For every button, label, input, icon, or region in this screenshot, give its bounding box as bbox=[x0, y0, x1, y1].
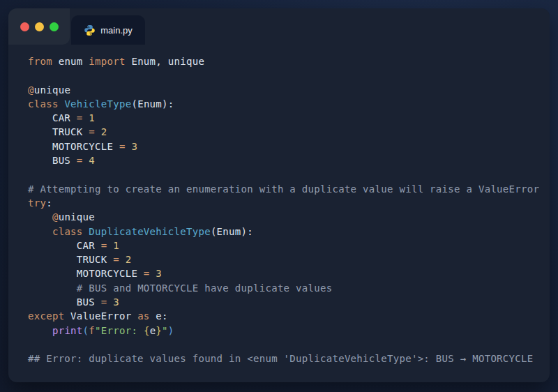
code-token bbox=[28, 226, 52, 237]
code-token: ## Error: duplicate values found in <enu… bbox=[28, 353, 533, 364]
code-token: 3 bbox=[156, 268, 162, 279]
code-line: CAR = 1 bbox=[28, 111, 543, 125]
code-token: } bbox=[156, 325, 162, 336]
code-token: = bbox=[77, 155, 83, 166]
code-token: unique bbox=[34, 84, 70, 96]
minimize-button[interactable] bbox=[35, 22, 44, 31]
code-line: MOTORCYCLE = 3 bbox=[28, 266, 543, 280]
code-token: " bbox=[162, 325, 168, 336]
code-token: MOTORCYCLE bbox=[28, 268, 144, 279]
code-token: ) bbox=[168, 325, 174, 336]
code-token bbox=[95, 126, 101, 137]
code-line: print(f"Error: {e}") bbox=[28, 324, 543, 338]
tab-main-py[interactable]: main.py bbox=[71, 15, 145, 45]
code-line: TRUCK = 2 bbox=[28, 252, 543, 266]
code-line: except ValueError as e: bbox=[28, 309, 543, 323]
code-token: # Attempting to create an enumeration wi… bbox=[28, 183, 539, 195]
code-token: class bbox=[28, 98, 59, 110]
code-token bbox=[107, 240, 113, 251]
code-token: (Enum): bbox=[211, 226, 253, 237]
code-line: # Attempting to create an enumeration wi… bbox=[28, 182, 543, 196]
code-token: ( bbox=[83, 325, 89, 336]
code-token: 4 bbox=[89, 155, 95, 166]
code-token bbox=[83, 155, 89, 166]
code-token bbox=[28, 211, 52, 223]
code-token: VehicleType bbox=[64, 98, 131, 110]
maximize-button[interactable] bbox=[50, 22, 59, 31]
code-token: as bbox=[137, 310, 149, 322]
traffic-lights bbox=[8, 8, 70, 45]
code-token: f bbox=[89, 325, 95, 336]
code-line: CAR = 1 bbox=[28, 239, 543, 252]
code-token: try bbox=[28, 197, 46, 209]
code-token bbox=[119, 254, 126, 265]
code-token: = bbox=[89, 126, 95, 137]
code-line bbox=[28, 338, 543, 352]
code-token: 2 bbox=[126, 254, 132, 265]
code-token: @ bbox=[28, 84, 34, 96]
tab-filename: main.py bbox=[100, 25, 133, 36]
python-icon bbox=[84, 24, 96, 36]
code-token: 3 bbox=[113, 296, 119, 308]
code-token: 1 bbox=[89, 112, 95, 123]
code-token: = bbox=[77, 112, 83, 123]
code-line: @unique bbox=[28, 83, 543, 97]
code-token: Enum, unique bbox=[126, 56, 204, 67]
code-token: enum bbox=[52, 56, 89, 67]
code-line bbox=[28, 167, 543, 181]
code-token: unique bbox=[59, 211, 95, 223]
code-line: from enum import Enum, unique bbox=[28, 54, 543, 68]
code-token: = bbox=[113, 254, 119, 265]
code-line: class VehicleType(Enum): bbox=[28, 97, 543, 111]
code-snippet-window: main.py from enum import Enum, unique @u… bbox=[8, 8, 550, 382]
code-token bbox=[83, 226, 89, 237]
code-token: 3 bbox=[131, 141, 137, 152]
code-token: CAR bbox=[28, 112, 77, 123]
code-token: print bbox=[52, 325, 83, 336]
window-header: main.py bbox=[8, 8, 550, 45]
code-token: 2 bbox=[101, 126, 107, 137]
code-token: BUS bbox=[28, 155, 77, 166]
code-token: @ bbox=[52, 211, 59, 223]
code-token: ValueError bbox=[64, 310, 137, 322]
code-line: # BUS and MOTORCYCLE have duplicate valu… bbox=[28, 281, 543, 295]
code-token: class bbox=[52, 226, 83, 237]
code-token bbox=[107, 296, 113, 308]
code-token: : bbox=[46, 197, 52, 209]
close-button[interactable] bbox=[20, 22, 29, 31]
code-token: except bbox=[28, 310, 64, 322]
code-token bbox=[83, 112, 89, 123]
code-token: MOTORCYCLE bbox=[28, 141, 119, 152]
code-token: (Enum): bbox=[131, 98, 174, 110]
code-editor[interactable]: from enum import Enum, unique @uniquecla… bbox=[8, 45, 550, 366]
code-line: BUS = 3 bbox=[28, 295, 543, 309]
code-token: CAR bbox=[28, 240, 101, 251]
code-line: TRUCK = 2 bbox=[28, 125, 543, 139]
tab-strip: main.py bbox=[70, 8, 550, 45]
code-line: MOTORCYCLE = 3 bbox=[28, 140, 543, 153]
code-token: = bbox=[144, 268, 150, 279]
code-token bbox=[28, 282, 77, 294]
code-token: { bbox=[144, 325, 150, 336]
code-token: import bbox=[89, 56, 125, 67]
code-token: = bbox=[119, 141, 126, 152]
code-token: DuplicateVehicleType bbox=[89, 226, 211, 237]
code-line: class DuplicateVehicleType(Enum): bbox=[28, 225, 543, 239]
code-token: "Error: bbox=[95, 325, 144, 336]
code-token: 1 bbox=[113, 240, 119, 251]
code-token: TRUCK bbox=[28, 126, 89, 137]
code-line: ## Error: duplicate values found in <enu… bbox=[28, 352, 543, 365]
code-token: TRUCK bbox=[28, 254, 113, 265]
code-line bbox=[28, 68, 543, 82]
code-line: @unique bbox=[28, 210, 543, 224]
code-line: try: bbox=[28, 196, 543, 210]
code-token: # BUS and MOTORCYCLE have duplicate valu… bbox=[77, 282, 333, 294]
code-token: BUS bbox=[28, 296, 101, 308]
code-token bbox=[28, 325, 52, 336]
code-line: BUS = 4 bbox=[28, 153, 543, 167]
code-token: e: bbox=[150, 310, 168, 322]
code-token: from bbox=[28, 56, 52, 67]
